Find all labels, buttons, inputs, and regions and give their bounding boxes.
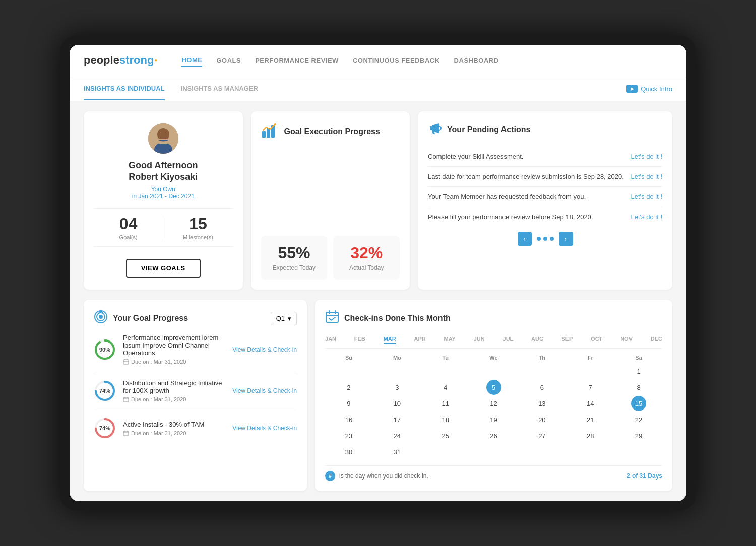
month-item-sep[interactable]: SEP [561,335,573,344]
actual-progress: 32% Actual Today [333,236,400,280]
month-item-jan[interactable]: JAN [325,335,336,344]
nav-dashboard[interactable]: DASHBOARD [454,55,499,66]
cal-cell [583,444,598,459]
play-icon: ▶ [626,85,638,93]
main-content: Good Afternoon Robert Kiyosaki You Own i… [70,101,686,300]
expected-pct: 55% [269,244,320,262]
view-details-link[interactable]: View Details & Check-in [232,425,297,432]
top-nav: peoplestrong● HOME GOALS PERFORMANCE REV… [70,45,686,77]
month-item-nov[interactable]: NOV [620,335,633,344]
calendar-grid: SuMoTuWeThFrSa12345678910111213141516171… [325,353,662,459]
cal-cell[interactable]: 14 [583,396,598,411]
cal-cell[interactable]: 21 [583,412,598,427]
cal-cell[interactable]: 5 [486,380,501,395]
cal-cell[interactable]: 23 [341,428,356,443]
svg-point-11 [99,315,103,319]
month-item-jul[interactable]: JUL [503,335,514,344]
quick-intro-button[interactable]: ▶ Quick Intro [626,85,672,93]
cal-cell [534,364,549,379]
cal-cell[interactable]: 17 [390,412,405,427]
next-page-button[interactable]: › [559,232,573,246]
goal-progress-title: Your Goal Progress [94,310,188,327]
cal-cell[interactable]: 2 [341,380,356,395]
month-item-dec[interactable]: DEC [651,335,662,344]
tab-insights-individual[interactable]: INSIGHTS AS INDIVIDUAL [84,78,165,100]
cal-cell[interactable]: 18 [438,412,453,427]
calendar-check-icon [325,310,339,327]
cal-cell[interactable]: 19 [486,412,501,427]
megaphone-icon [428,121,442,139]
goal-due: Due on : Mar 31, 2020 [123,396,225,402]
goals-label: Goal(s) [94,234,163,240]
lets-do-it-link[interactable]: Let's do it ! [631,193,662,200]
quarter-value: Q1 [276,315,285,322]
goal-name: Distribution and Strategic Initiative fo… [123,379,225,394]
cal-cell[interactable]: 7 [583,380,598,395]
nav-continuous-feedback[interactable]: CONTINUOUS FEEDBACK [353,55,440,66]
cal-cell[interactable]: 29 [631,428,646,443]
nav-goals[interactable]: GOALS [216,55,241,66]
goal-info: Distribution and Strategic Initiative fo… [123,379,225,402]
svg-rect-24 [326,312,338,322]
lets-do-it-link[interactable]: Let's do it ! [631,213,662,221]
cal-cell[interactable]: 28 [583,428,598,443]
cal-cell[interactable]: 11 [438,396,453,411]
cal-cell[interactable]: 4 [438,380,453,395]
cal-cell[interactable]: 27 [534,428,549,443]
device-frame: peoplestrong● HOME GOALS PERFORMANCE REV… [60,36,696,511]
cal-day-header: Mo [373,353,421,363]
nav-performance-review[interactable]: PERFORMANCE REVIEW [255,55,339,66]
days-count: 2 of 31 Days [627,472,662,480]
cal-cell[interactable]: 3 [390,380,405,395]
month-item-oct[interactable]: OCT [591,335,602,344]
cal-cell[interactable]: 10 [390,396,405,411]
pending-actions-card: Your Pending Actions Complete your Skill… [418,111,672,290]
pending-action-item: Complete your Skill Assessment. Let's do… [428,147,662,167]
month-item-feb[interactable]: FEB [354,335,365,344]
month-item-apr[interactable]: APR [414,335,425,344]
cal-cell[interactable]: 15 [631,396,646,411]
nav-home[interactable]: HOME [181,54,202,67]
pending-title: Your Pending Actions [447,125,530,134]
cal-cell[interactable]: 1 [631,364,646,379]
month-item-jun[interactable]: JUN [474,335,485,344]
pag-dots [537,237,554,241]
pag-dot-1 [537,237,541,241]
cal-cell[interactable]: 16 [341,412,356,427]
cal-cell[interactable]: 8 [631,380,646,395]
cal-cell[interactable]: 12 [486,396,501,411]
month-item-may[interactable]: MAY [444,335,456,344]
legend-text: is the day when you did check-in. [339,472,428,480]
month-item-aug[interactable]: AUG [531,335,543,344]
cal-cell[interactable]: 22 [631,412,646,427]
cal-cell [390,364,405,379]
month-item-mar[interactable]: MAR [384,335,396,344]
greeting-card: Good Afternoon Robert Kiyosaki You Own i… [84,111,243,290]
prev-page-button[interactable]: ‹ [518,232,532,246]
cal-cell [486,364,501,379]
cal-cell[interactable]: 31 [390,444,405,459]
quarter-dropdown[interactable]: Q1 ▾ [271,312,297,325]
cal-day-header: We [470,353,518,363]
tab-insights-manager[interactable]: INSIGHTS AS MANAGER [181,78,258,100]
pending-action-item: Your Team Member has requested feedback … [428,187,662,207]
view-goals-button[interactable]: VIEW GOALS [126,259,201,278]
lets-do-it-link[interactable]: Let's do it ! [631,153,662,160]
cal-cell[interactable]: 24 [390,428,405,443]
cal-cell[interactable]: 26 [486,428,501,443]
progress-row: 55% Expected Today 32% Actual Today [261,236,400,280]
goal-circle-1: 74% [94,380,116,402]
cal-cell [438,444,453,459]
cal-cell[interactable]: 13 [534,396,549,411]
goal-info: Performance improvement lorem ipsum Impr… [123,334,225,365]
svg-text:90%: 90% [99,347,110,353]
lets-do-it-link[interactable]: Let's do it ! [631,173,662,180]
cal-cell[interactable]: 30 [341,444,356,459]
svg-text:74%: 74% [99,388,110,394]
cal-cell[interactable]: 6 [534,380,549,395]
cal-cell[interactable]: 9 [341,396,356,411]
view-details-link[interactable]: View Details & Check-in [232,387,297,394]
cal-cell[interactable]: 25 [438,428,453,443]
view-details-link[interactable]: View Details & Check-in [232,346,297,353]
cal-cell[interactable]: 20 [534,412,549,427]
